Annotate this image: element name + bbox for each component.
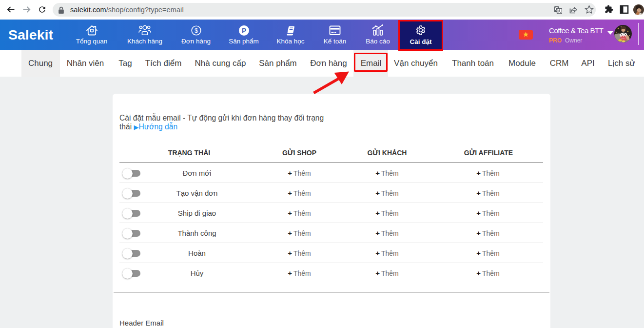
- svg-text:P: P: [241, 27, 246, 34]
- svg-text:$: $: [194, 27, 197, 34]
